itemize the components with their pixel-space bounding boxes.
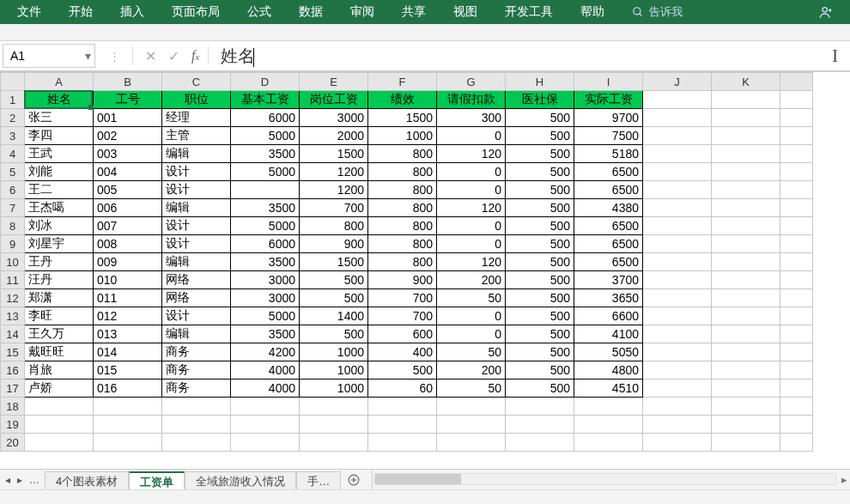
cell[interactable]: 001 (94, 109, 162, 127)
cell-empty[interactable] (780, 434, 813, 452)
cell[interactable]: 700 (368, 307, 437, 325)
cell[interactable]: 005 (94, 181, 162, 199)
cell-empty[interactable] (231, 416, 300, 434)
cell[interactable]: 50 (437, 380, 506, 398)
cell[interactable]: 6000 (231, 109, 300, 127)
cell-empty[interactable] (437, 416, 506, 434)
cell[interactable]: 王杰噶 (25, 199, 94, 217)
cell[interactable] (231, 181, 300, 199)
cell[interactable]: 800 (368, 163, 437, 181)
row-header[interactable]: 10 (1, 253, 25, 271)
cell-empty[interactable] (643, 271, 712, 289)
cell-empty[interactable] (300, 398, 368, 416)
cell-empty[interactable] (712, 380, 780, 398)
cell-empty[interactable] (780, 91, 813, 109)
cell[interactable]: 4200 (231, 343, 300, 361)
column-header-C[interactable]: C (162, 73, 231, 91)
cell-empty[interactable] (643, 416, 712, 434)
cell[interactable]: 007 (94, 217, 162, 235)
cell[interactable]: 500 (506, 325, 574, 343)
ribbon-item-开始[interactable]: 开始 (55, 1, 106, 23)
cell-empty[interactable] (780, 127, 813, 145)
cell[interactable]: 设计 (162, 163, 231, 181)
cell[interactable]: 0 (437, 307, 506, 325)
sheet-tab[interactable]: 全域旅游收入情况 (185, 471, 296, 489)
cell-empty[interactable] (643, 398, 712, 416)
tab-nav-prev-icon[interactable]: ▸ (17, 474, 22, 486)
cancel-icon[interactable]: ✕ (145, 48, 156, 64)
cell[interactable]: 6500 (574, 217, 643, 235)
cell-empty[interactable] (643, 380, 712, 398)
spreadsheet-grid[interactable]: ABCDEFGHIJK1姓名工号职位基本工资岗位工资绩效请假扣款医社保实际工资2… (0, 71, 850, 483)
cell-empty[interactable] (437, 434, 506, 452)
cell[interactable]: 5000 (231, 163, 300, 181)
cell[interactable]: 500 (506, 163, 574, 181)
cell-empty[interactable] (643, 361, 712, 380)
row-header[interactable]: 14 (1, 325, 25, 343)
cell[interactable]: 800 (368, 235, 437, 253)
cell[interactable]: 0 (437, 163, 506, 181)
cell[interactable]: 郑潇 (25, 289, 94, 307)
cell[interactable]: 016 (94, 380, 162, 398)
cell[interactable]: 800 (368, 253, 437, 271)
cell[interactable]: 500 (368, 361, 437, 380)
cell-empty[interactable] (643, 181, 712, 199)
share-button[interactable] (811, 5, 847, 19)
ribbon-item-视图[interactable]: 视图 (440, 1, 491, 23)
cell-empty[interactable] (368, 434, 437, 452)
cell-empty[interactable] (780, 343, 813, 361)
ribbon-item-文件[interactable]: 文件 (3, 1, 55, 23)
cell[interactable]: 4800 (574, 361, 643, 380)
cell[interactable]: 50 (437, 343, 506, 361)
table-header-cell[interactable]: 工号 (94, 91, 162, 109)
cell[interactable]: 5000 (231, 307, 300, 325)
cell[interactable]: 编辑 (162, 199, 231, 217)
column-header-G[interactable]: G (437, 73, 506, 91)
column-header-I[interactable]: I (574, 73, 643, 91)
cell-empty[interactable] (780, 181, 813, 199)
cell[interactable]: 800 (368, 181, 437, 199)
sheet-tab[interactable]: 手… (296, 471, 341, 489)
cell[interactable]: 4380 (574, 199, 643, 217)
cell[interactable]: 600 (368, 325, 437, 343)
cell-empty[interactable] (780, 398, 813, 416)
cell-empty[interactable] (780, 289, 813, 307)
cell[interactable]: 800 (368, 145, 437, 163)
cell[interactable]: 500 (506, 217, 574, 235)
cell-empty[interactable] (574, 398, 643, 416)
cell[interactable]: 1200 (300, 181, 368, 199)
fx-icon[interactable]: fx (191, 48, 199, 64)
sheet-tab[interactable]: 4个图表素材 (45, 471, 129, 489)
cell-empty[interactable] (643, 343, 712, 361)
cell[interactable]: 200 (437, 361, 506, 380)
cell[interactable]: 015 (94, 361, 162, 380)
cell[interactable]: 3650 (574, 289, 643, 307)
ribbon-item-审阅[interactable]: 审阅 (337, 1, 388, 23)
cell-empty[interactable] (94, 416, 162, 434)
select-all-corner[interactable] (1, 73, 25, 91)
cell[interactable]: 003 (94, 145, 162, 163)
cell-empty[interactable] (94, 434, 162, 452)
table-header-cell[interactable]: 职位 (162, 91, 231, 109)
cell-empty[interactable] (574, 416, 643, 434)
cell[interactable]: 1000 (300, 343, 368, 361)
cell[interactable]: 5000 (231, 127, 300, 145)
cell-empty[interactable] (780, 253, 813, 271)
cell[interactable]: 商务 (162, 343, 231, 361)
cell-empty[interactable] (643, 163, 712, 181)
cell-empty[interactable] (162, 434, 231, 452)
cell-empty[interactable] (712, 127, 780, 145)
sheet-tab[interactable]: 工资单 (129, 471, 185, 489)
row-header[interactable]: 4 (1, 145, 25, 163)
table-header-cell[interactable]: 绩效 (368, 91, 437, 109)
cell[interactable]: 卢娇 (25, 380, 94, 398)
column-header-J[interactable]: J (643, 73, 712, 91)
cell[interactable]: 3000 (231, 271, 300, 289)
cell[interactable]: 300 (437, 109, 506, 127)
cell-empty[interactable] (643, 253, 712, 271)
cell-empty[interactable] (780, 145, 813, 163)
cell-empty[interactable] (712, 199, 780, 217)
cell-empty[interactable] (368, 398, 437, 416)
cell[interactable]: 设计 (162, 181, 231, 199)
chevron-down-icon[interactable]: ▾ (85, 49, 91, 63)
